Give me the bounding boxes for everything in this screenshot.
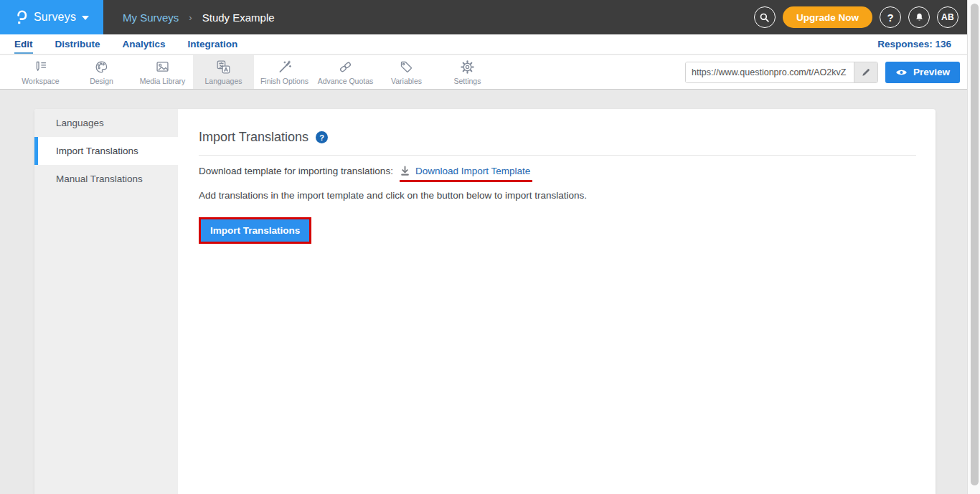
avatar[interactable]: AB (937, 6, 958, 28)
toolbar-item-settings[interactable]: Settings (437, 55, 498, 89)
design-icon (94, 60, 109, 75)
questionpro-logo-icon (14, 9, 28, 26)
import-translations-content: Import Translations ? Download template … (178, 109, 936, 494)
toolbar-item-media-library[interactable]: Media Library (132, 55, 193, 89)
toolbar-item-label: Settings (454, 77, 481, 85)
sidebar-item-languages[interactable]: Languages (34, 109, 178, 137)
advance-quotas-icon (338, 60, 353, 75)
breadcrumb-current: Study Example (202, 11, 275, 24)
eye-icon (895, 68, 908, 77)
divider (199, 155, 916, 156)
scrollbar-thumb[interactable] (971, 4, 979, 485)
toolbar-item-label: Variables (391, 77, 422, 85)
media-library-icon (155, 60, 170, 75)
languages-panel: Languages Import Translations Manual Tra… (34, 109, 936, 494)
tab-edit[interactable]: Edit (14, 34, 33, 54)
import-translations-button[interactable]: Import Translations (201, 219, 309, 242)
tab-distribute[interactable]: Distribute (55, 34, 100, 54)
breadcrumb: My Surveys › Study Example (123, 11, 275, 24)
download-import-template-link[interactable]: Download Import Template (415, 166, 530, 176)
toolbar-items: Workspace Design (10, 55, 498, 89)
product-name: Surveys (34, 11, 76, 24)
toolbar-item-label: Languages (205, 77, 242, 85)
finish-options-icon (277, 60, 292, 75)
workspace-icon (33, 60, 48, 75)
sidebar-item-manual-translations[interactable]: Manual Translations (34, 165, 178, 193)
chevron-down-icon (82, 16, 89, 20)
survey-url-group (685, 62, 878, 83)
preview-button[interactable]: Preview (885, 62, 960, 83)
survey-url-input[interactable] (686, 62, 854, 82)
download-icon (400, 165, 410, 176)
languages-icon (216, 60, 231, 75)
toolbar-item-finish-options[interactable]: Finish Options (254, 55, 315, 89)
sidebar-item-import-translations[interactable]: Import Translations (34, 137, 178, 165)
help-icon[interactable]: ? (316, 131, 328, 143)
topbar: Surveys My Surveys › Study Example Upgra… (0, 0, 967, 34)
breadcrumb-my-surveys[interactable]: My Surveys (123, 11, 179, 24)
page-title: Import Translations (199, 130, 308, 145)
breadcrumb-separator-icon: › (189, 12, 192, 23)
toolbar-right: Preview (685, 55, 980, 89)
preview-label: Preview (913, 67, 950, 77)
pencil-icon (861, 67, 871, 77)
topbar-actions: Upgrade Now ? AB (754, 6, 967, 28)
variables-icon (399, 60, 414, 75)
download-template-row: Download template for importing translat… (199, 165, 916, 176)
main-area: Languages Import Translations Manual Tra… (0, 90, 980, 494)
download-prompt: Download template for importing translat… (199, 166, 393, 176)
toolbar-item-workspace[interactable]: Workspace (10, 55, 71, 89)
search-icon (758, 11, 771, 24)
scrollbar (967, 0, 980, 494)
upgrade-now-button[interactable]: Upgrade Now (783, 6, 872, 28)
toolbar-item-design[interactable]: Design (71, 55, 132, 89)
languages-sidebar: Languages Import Translations Manual Tra… (34, 109, 178, 494)
toolbar-item-label: Workspace (22, 77, 59, 85)
search-button[interactable] (754, 6, 776, 28)
edit-url-button[interactable] (854, 62, 877, 82)
question-mark-icon: ? (887, 11, 893, 24)
notifications-button[interactable] (908, 6, 930, 28)
responses-count[interactable]: Responses: 136 (877, 39, 951, 49)
toolbar-item-label: Media Library (140, 77, 186, 85)
product-switcher[interactable]: Surveys (0, 0, 103, 34)
toolbar-item-variables[interactable]: Variables (376, 55, 437, 89)
edit-toolbar: Workspace Design (0, 55, 980, 90)
toolbar-item-advance-quotas[interactable]: Advance Quotas (315, 55, 376, 89)
bell-icon (914, 11, 925, 23)
settings-icon (460, 60, 475, 75)
download-link-highlighted: Download Import Template (400, 165, 530, 176)
annotation-highlight-box: Import Translations (199, 217, 311, 244)
tab-integration[interactable]: Integration (188, 34, 238, 54)
survey-tabbar: Edit Distribute Analytics Integration Re… (0, 34, 967, 54)
tab-analytics[interactable]: Analytics (123, 34, 166, 54)
toolbar-item-label: Design (90, 77, 113, 85)
toolbar-item-label: Advance Quotas (318, 77, 374, 85)
toolbar-item-languages[interactable]: Languages (193, 55, 254, 89)
tabs: Edit Distribute Analytics Integration (14, 34, 237, 54)
instructions-text: Add translations in the import template … (199, 190, 916, 201)
help-button[interactable]: ? (880, 6, 901, 28)
toolbar-item-label: Finish Options (260, 77, 308, 85)
